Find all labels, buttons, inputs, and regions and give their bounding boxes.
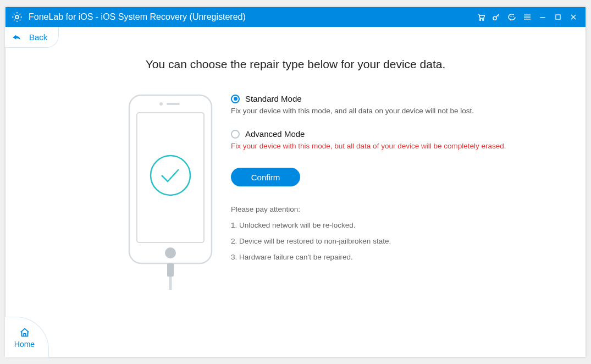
svg-rect-12 — [169, 277, 172, 290]
app-window: FoneLab for iOS - iOS System Recovery (U… — [5, 7, 586, 357]
page-headline: You can choose the repair type below for… — [5, 58, 586, 71]
notice-line-3: 3. Hardware failure can't be repaired. — [231, 253, 539, 261]
back-arrow-icon — [12, 34, 21, 41]
svg-point-2 — [483, 19, 484, 20]
standard-mode-desc: Fix your device with this mode, and all … — [231, 107, 539, 115]
svg-point-10 — [151, 156, 190, 195]
standard-mode-label: Standard Mode — [245, 94, 302, 103]
notice-heading: Please pay attention: — [231, 205, 539, 213]
radio-selected-icon — [231, 95, 240, 103]
feedback-icon[interactable] — [504, 7, 520, 27]
window-title: FoneLab for iOS - iOS System Recovery (U… — [29, 12, 246, 22]
home-button[interactable]: Home — [5, 317, 49, 357]
cart-icon[interactable] — [473, 7, 489, 27]
advanced-mode-desc: Fix your device with this mode, but all … — [231, 142, 539, 150]
close-button[interactable] — [566, 7, 581, 27]
svg-point-7 — [159, 102, 163, 106]
menu-icon[interactable] — [520, 7, 535, 27]
confirm-label: Confirm — [251, 173, 280, 182]
radio-advanced-mode[interactable]: Advanced Mode — [231, 129, 539, 139]
subbar: Back — [5, 27, 586, 49]
svg-rect-4 — [556, 15, 560, 19]
back-button[interactable]: Back — [5, 27, 59, 48]
advanced-mode-label: Advanced Mode — [245, 129, 305, 139]
options-panel: Standard Mode Fix your device with this … — [231, 94, 539, 292]
home-label: Home — [14, 340, 35, 349]
home-icon — [19, 327, 31, 339]
notice-line-2: 2. Device will be restored to non-jailbr… — [231, 237, 539, 245]
svg-point-3 — [493, 16, 496, 20]
phone-illustration — [115, 94, 225, 292]
svg-point-9 — [165, 247, 176, 258]
radio-standard-mode[interactable]: Standard Mode — [231, 94, 539, 103]
back-label: Back — [29, 32, 47, 42]
svg-rect-8 — [167, 103, 180, 105]
radio-unselected-icon — [231, 130, 240, 139]
confirm-button[interactable]: Confirm — [231, 168, 300, 186]
minimize-button[interactable] — [535, 7, 550, 27]
svg-rect-11 — [167, 263, 174, 277]
svg-point-0 — [15, 15, 19, 19]
content-area: You can choose the repair type below for… — [5, 49, 586, 357]
app-gear-icon — [11, 11, 23, 23]
titlebar: FoneLab for iOS - iOS System Recovery (U… — [5, 7, 586, 27]
key-icon[interactable] — [489, 7, 504, 27]
svg-point-1 — [479, 19, 480, 20]
notice-line-1: 1. Unlocked network will be re-locked. — [231, 221, 539, 229]
maximize-button[interactable] — [550, 7, 566, 27]
